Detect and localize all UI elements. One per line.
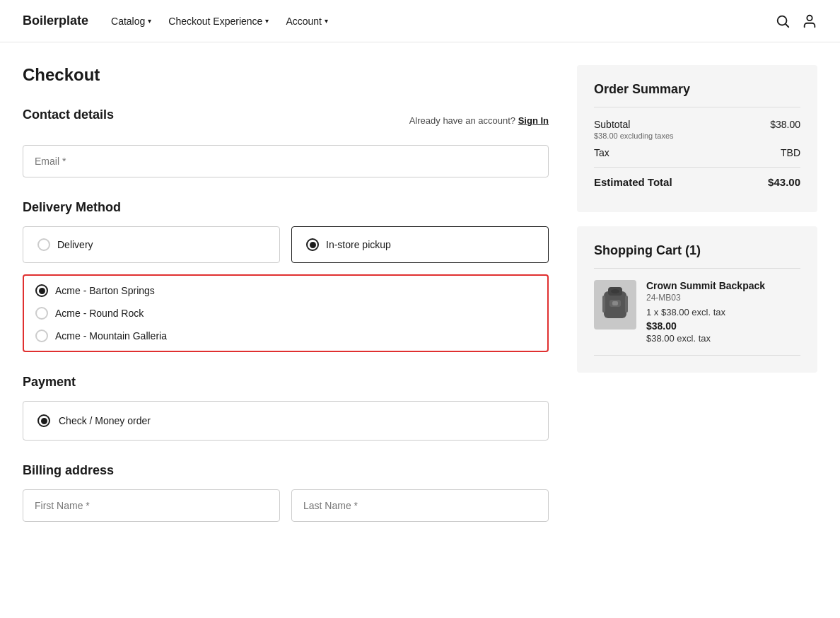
subtotal-label: Subtotal	[594, 119, 674, 130]
svg-point-0	[778, 16, 787, 25]
shopping-cart-box: Shopping Cart (1) Crown Summit	[577, 226, 817, 373]
delivery-method-title: Delivery Method	[23, 200, 549, 215]
store-locations-list: Acme - Barton Springs Acme - Round Rock …	[23, 274, 549, 352]
brand-logo[interactable]: Boilerplate	[23, 13, 88, 28]
sidebar: Order Summary Subtotal $38.00 excluding …	[577, 65, 817, 544]
subtotal-value: $38.00	[770, 119, 800, 130]
store-radio-barton	[35, 284, 48, 297]
estimated-total-value: $43.00	[768, 176, 800, 188]
delivery-option-delivery[interactable]: Delivery	[23, 226, 280, 263]
order-summary-box: Order Summary Subtotal $38.00 excluding …	[577, 65, 817, 212]
cart-item-qty: 1 x $38.00 excl. tax	[646, 307, 800, 317]
store-radio-mountain-galleria	[35, 330, 48, 342]
search-icon	[775, 13, 791, 29]
cart-item-sku: 24-MB03	[646, 293, 800, 303]
first-name-field[interactable]	[23, 489, 280, 522]
billing-address-title: Billing address	[23, 463, 549, 478]
store-option-round-rock[interactable]: Acme - Round Rock	[35, 307, 536, 320]
last-name-field[interactable]	[291, 489, 549, 522]
tax-value: TBD	[781, 147, 800, 158]
subtotal-row: Subtotal $38.00 excluding taxes $38.00	[594, 119, 800, 140]
store-option-mountain-galleria[interactable]: Acme - Mountain Galleria	[35, 330, 536, 342]
chevron-down-icon: ▾	[325, 17, 328, 25]
payment-radio	[37, 414, 50, 427]
payment-title: Payment	[23, 375, 549, 390]
chevron-down-icon: ▾	[148, 17, 151, 25]
contact-details-title: Contact details	[23, 107, 114, 122]
excl-taxes-note: $38.00 excluding taxes	[594, 132, 674, 140]
cart-title: Shopping Cart (1)	[594, 243, 800, 269]
cart-item: Crown Summit Backpack 24-MB03 1 x $38.00…	[594, 280, 800, 344]
store-radio-round-rock	[35, 307, 48, 320]
cart-item-details: Crown Summit Backpack 24-MB03 1 x $38.00…	[646, 280, 800, 344]
account-button[interactable]	[802, 13, 817, 29]
tax-row: Tax TBD	[594, 147, 800, 158]
svg-rect-6	[612, 301, 618, 305]
svg-rect-8	[625, 296, 628, 313]
instore-radio	[306, 238, 319, 251]
sign-in-prompt: Already have an account? Sign In	[409, 115, 549, 126]
svg-point-9	[611, 289, 619, 293]
sign-in-link[interactable]: Sign In	[518, 115, 549, 126]
estimated-total-row: Estimated Total $43.00	[594, 176, 800, 188]
page-title: Checkout	[23, 65, 549, 85]
nav-catalog[interactable]: Catalog ▾	[111, 16, 151, 27]
nav-account[interactable]: Account ▾	[286, 16, 328, 27]
user-icon	[802, 13, 817, 29]
order-summary-title: Order Summary	[594, 82, 800, 107]
chevron-down-icon: ▾	[265, 17, 269, 25]
svg-line-1	[786, 24, 788, 27]
search-button[interactable]	[775, 13, 791, 29]
delivery-radio	[37, 238, 50, 251]
email-field[interactable]	[23, 145, 549, 177]
cart-item-price-excl: $38.00 excl. tax	[646, 333, 800, 344]
cart-item-name: Crown Summit Backpack	[646, 280, 800, 291]
payment-option-check[interactable]: Check / Money order	[23, 401, 549, 441]
estimated-total-label: Estimated Total	[594, 176, 672, 188]
store-option-barton-springs[interactable]: Acme - Barton Springs	[35, 284, 536, 297]
cart-item-price: $38.00	[646, 320, 800, 332]
tax-label: Tax	[594, 147, 609, 158]
delivery-method-section: Delivery Method Delivery In-store pickup…	[23, 200, 549, 352]
billing-address-section: Billing address	[23, 463, 549, 522]
cart-item-image	[594, 280, 636, 330]
delivery-option-instore[interactable]: In-store pickup	[291, 226, 549, 263]
svg-point-2	[807, 15, 812, 20]
backpack-icon	[598, 284, 632, 325]
svg-rect-7	[602, 296, 605, 313]
payment-section: Payment Check / Money order	[23, 375, 549, 441]
nav-checkout-experience[interactable]: Checkout Experience ▾	[168, 16, 269, 27]
contact-details-section: Contact details Already have an account?…	[23, 107, 549, 177]
